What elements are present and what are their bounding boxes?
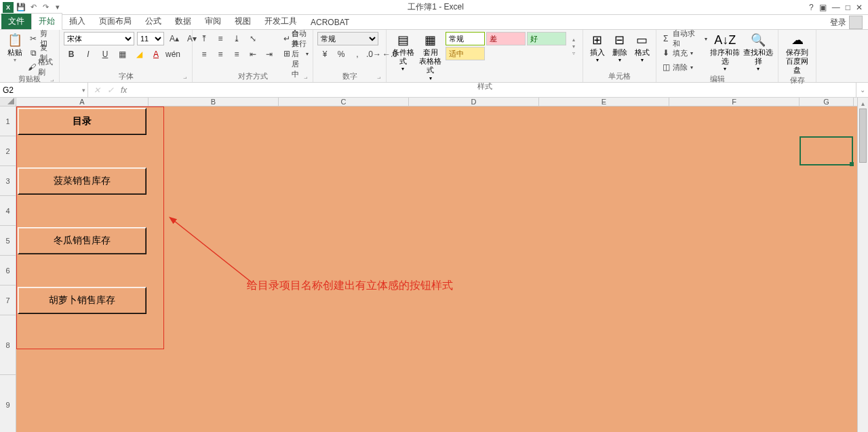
insert-button[interactable]: ⊞插入▾ — [587, 32, 607, 63]
name-box-input[interactable] — [3, 85, 82, 95]
align-right-icon[interactable]: ≡ — [229, 47, 244, 61]
row-header-7[interactable]: 7 — [0, 286, 16, 315]
tab-pagelayout[interactable]: 页面布局 — [92, 14, 138, 29]
styles-expand[interactable]: ▴▾▿ — [569, 32, 578, 60]
tab-data[interactable]: 数据 — [168, 14, 198, 29]
row-header-2[interactable]: 2 — [0, 136, 16, 166]
border-button[interactable]: ▦ — [115, 47, 130, 61]
toc-button[interactable]: 胡萝卜销售库存 — [18, 287, 146, 314]
increase-font-icon[interactable]: A▴ — [167, 32, 182, 45]
name-box[interactable]: ▾ — [0, 83, 88, 97]
baidu-save-button[interactable]: ☁保存到 百度网盘 — [783, 32, 812, 75]
comma-icon[interactable]: , — [350, 47, 365, 61]
number-format-select[interactable]: 常规 — [317, 32, 378, 45]
enter-icon[interactable]: ✓ — [107, 85, 114, 95]
tab-review[interactable]: 审阅 — [198, 14, 228, 29]
login-link[interactable]: 登录 — [825, 16, 868, 29]
scroll-up-icon[interactable]: ▴ — [858, 98, 868, 109]
group-label-baidu: 保存 — [783, 75, 812, 86]
select-all-button[interactable] — [0, 98, 16, 106]
clear-button[interactable]: ◫清除▾ — [660, 60, 707, 74]
col-header-C[interactable]: C — [279, 98, 409, 106]
toc-button[interactable]: 菠菜销售库存 — [18, 168, 146, 195]
row-header-6[interactable]: 6 — [0, 256, 16, 286]
conditional-format-button[interactable]: ▤条件格式▾ — [391, 32, 416, 72]
namebox-dropdown-icon[interactable]: ▾ — [82, 87, 85, 94]
row-header-8[interactable]: 8 — [0, 315, 16, 375]
excel-icon[interactable]: X — [3, 2, 14, 13]
tab-developer[interactable]: 开发工具 — [258, 14, 304, 29]
undo-icon[interactable]: ↶ — [28, 3, 38, 12]
col-header-G[interactable]: G — [800, 98, 854, 106]
row-header-3[interactable]: 3 — [0, 166, 16, 196]
underline-button[interactable]: U — [98, 47, 113, 61]
sort-filter-button[interactable]: A↓Z排序和筛选▾ — [710, 32, 741, 72]
format-painter-button[interactable]: 🖌格式刷 — [28, 60, 55, 74]
delete-button[interactable]: ⊟删除▾ — [610, 32, 629, 63]
bold-button[interactable]: B — [64, 47, 79, 61]
vertical-scrollbar[interactable]: ▴ ▾ — [857, 98, 868, 432]
qat-customize-icon[interactable]: ▾ — [53, 3, 62, 12]
font-name-select[interactable]: 宋体 — [64, 32, 134, 45]
phonetic-button[interactable]: wén — [165, 47, 180, 61]
currency-icon[interactable]: ¥ — [317, 47, 332, 61]
align-bottom-icon[interactable]: ⤓ — [229, 32, 244, 45]
align-left-icon[interactable]: ≡ — [197, 47, 212, 61]
tab-insert[interactable]: 插入 — [62, 14, 92, 29]
col-header-E[interactable]: E — [539, 98, 669, 106]
fx-icon[interactable]: fx — [121, 85, 127, 95]
row-header-9[interactable]: 9 — [0, 375, 16, 432]
tab-view[interactable]: 视图 — [228, 14, 258, 29]
ribbon-toggle-icon[interactable]: ▣ — [819, 3, 827, 12]
merge-center-button[interactable]: ⊞合并后居中▾ — [283, 47, 309, 60]
format-as-table-button[interactable]: ▦套用 表格格式▾ — [418, 32, 443, 81]
row-header-1[interactable]: 1 — [0, 106, 16, 136]
col-header-D[interactable]: D — [409, 98, 539, 106]
style-cell-neutral[interactable]: 适中 — [446, 47, 485, 60]
increase-indent-icon[interactable]: ⇥ — [262, 47, 277, 61]
minimize-icon[interactable]: — — [832, 3, 840, 12]
autosum-button[interactable]: Σ自动求和▾ — [660, 32, 707, 45]
style-cell-normal[interactable]: 常规 — [446, 32, 485, 45]
scroll-thumb[interactable] — [859, 109, 867, 163]
scroll-down-icon[interactable]: ▾ — [858, 428, 868, 432]
toc-button[interactable]: 目录 — [18, 108, 146, 135]
align-top-icon[interactable]: ⤒ — [197, 32, 212, 45]
row-header-4[interactable]: 4 — [0, 196, 16, 226]
fill-color-button[interactable]: ◢ — [132, 47, 146, 61]
col-header-F[interactable]: F — [669, 98, 800, 106]
tab-file[interactable]: 文件 — [1, 14, 31, 29]
style-cell-bad[interactable]: 差 — [486, 32, 526, 45]
wrap-icon: ↵ — [283, 33, 290, 44]
tab-home[interactable]: 开始 — [31, 13, 62, 30]
font-size-select[interactable]: 11 — [137, 32, 164, 45]
maximize-icon[interactable]: □ — [846, 3, 850, 12]
fill-button[interactable]: ⬇填充▾ — [660, 46, 707, 60]
help-icon[interactable]: ? — [809, 3, 814, 12]
col-header-B[interactable]: B — [149, 98, 279, 106]
formula-bar-expand-icon[interactable]: ⌄ — [856, 83, 868, 97]
style-cell-good[interactable]: 好 — [527, 32, 566, 45]
redo-icon[interactable]: ↷ — [41, 3, 50, 12]
tab-acrobat[interactable]: ACROBAT — [304, 16, 356, 29]
italic-button[interactable]: I — [81, 47, 96, 61]
orientation-icon[interactable]: ⤡ — [245, 32, 260, 45]
cells-canvas[interactable]: 给目录项目名称创建出有立体感的按钮样式 目录菠菜销售库存冬瓜销售库存胡萝卜销售库… — [16, 106, 857, 432]
close-icon[interactable]: ✕ — [856, 3, 863, 12]
find-select-button[interactable]: 🔍查找和选择▾ — [743, 32, 774, 72]
percent-icon[interactable]: % — [334, 47, 349, 61]
align-middle-icon[interactable]: ≡ — [213, 32, 228, 45]
paste-button[interactable]: 📋 粘贴 ▾ — [4, 32, 25, 63]
tab-formulas[interactable]: 公式 — [138, 14, 168, 29]
font-color-button[interactable]: A — [149, 47, 163, 61]
decrease-indent-icon[interactable]: ⇤ — [245, 47, 260, 61]
align-center-icon[interactable]: ≡ — [213, 47, 228, 61]
cancel-icon[interactable]: ✕ — [94, 85, 100, 95]
increase-decimal-icon[interactable]: .0→ — [366, 47, 381, 61]
format-button[interactable]: ▭格式▾ — [632, 32, 652, 63]
toc-button[interactable]: 冬瓜销售库存 — [18, 227, 146, 254]
col-header-A[interactable]: A — [16, 98, 149, 106]
cell-styles-gallery[interactable]: 常规差好适中 — [446, 32, 568, 60]
row-header-5[interactable]: 5 — [0, 226, 16, 256]
save-icon[interactable]: 💾 — [16, 3, 26, 12]
